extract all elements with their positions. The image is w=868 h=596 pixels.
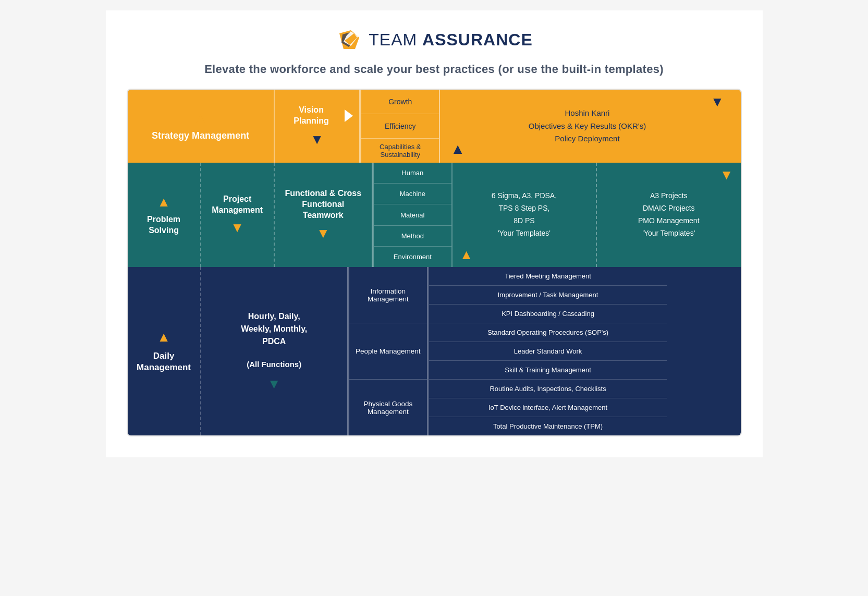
fiveM-item-0: Human [374,163,451,184]
right-list-item-6: Routine Audits, Inspections, Checklists [429,380,667,398]
fiveM-item-4: Environment [374,247,451,267]
right-list-item-2: KPI Dashboarding / Cascading [429,305,667,323]
growth-item-0: Growth [361,90,439,114]
fiveM-col: Human Machine Material Method Environmen… [373,163,453,267]
logo-icon [335,26,362,53]
hdwm-all-functions: (All Functions) [247,359,301,370]
orange-right-line3: Policy Deployment [555,133,619,145]
growth-col: Growth Efficiency Capabilities & Sustain… [360,90,440,163]
orange-right-line2: Objectives & Key Results (OKR's) [529,120,646,132]
problem-solving-cell: ▲ Problem Solving [128,163,201,267]
fiveM-item-3: Method [374,226,451,247]
daily-management-cell: ▲ Daily Management [128,267,201,435]
growth-item-2: Capabilities & Sustainability [361,139,439,163]
page-container: TEAM ASSURANCE Elevate the workforce and… [106,10,763,457]
hdwm-cell: Hourly, Daily, Weekly, Monthly, PDCA (Al… [201,267,348,435]
vision-planning-label: Vision Planning [281,105,342,127]
teal-left-panel: 6 Sigma, A3, PDSA, TPS 8 Step PS, 8D PS … [492,190,557,239]
logo-text: TEAM ASSURANCE [369,30,532,50]
hdwm-label: Hourly, Daily, Weekly, Monthly, PDCA [241,310,307,348]
orange-right-line1: Hoshin Kanri [565,107,610,119]
fiveM-item-2: Material [374,204,451,225]
fiveM-item-1: Machine [374,184,451,204]
info-section-1: People Management [349,323,427,380]
daily-management-label: Daily Management [134,350,194,373]
fcft-cell: Functional & Cross Functional Teamwork ▼ [275,163,373,267]
right-list-item-3: Standard Operating Procedures (SOP's) [429,323,667,342]
info-section-2: Physical Goods Management [349,380,427,435]
teal-row: ▲ Problem Solving Project Management ▼ F… [128,163,741,267]
orange-row: ▲ Strategy Management Vision Planning ▼ … [128,90,741,163]
teal-right-area: ▲ 6 Sigma, A3, PDSA, TPS 8 Step PS, 8D P… [453,163,741,267]
teal-right-left: ▲ 6 Sigma, A3, PDSA, TPS 8 Step PS, 8D P… [453,163,597,267]
right-list-item-1: Improvement / Task Management [429,286,667,305]
strategy-management-label: Strategy Management [152,130,249,142]
right-list-item-0: Tiered Meeting Management [429,267,667,286]
fcft-label: Functional & Cross Functional Teamwork [281,188,365,221]
info-section-0: Information Management [349,267,427,323]
right-list-item-5: Skill & Training Management [429,361,667,380]
triangle-icon [345,110,353,122]
growth-item-1: Efficiency [361,114,439,139]
strategy-management-cell: ▲ Strategy Management [128,90,275,163]
page-subtitle: Elevate the workforce and scale your bes… [127,63,742,76]
info-sections-col: Information Management People Management… [348,267,428,435]
right-list-item-4: Leader Standard Work [429,342,667,361]
project-management-cell: Project Management ▼ [201,163,275,267]
teal-right-panel: A3 Projects DMAIC Projects PMO Managemen… [638,190,700,239]
right-list: Tiered Meeting Management Improvement / … [428,267,667,435]
main-diagram: ▲ Strategy Management Vision Planning ▼ … [127,89,742,436]
project-management-label: Project Management [207,194,267,216]
teal-right-right: A3 Projects DMAIC Projects PMO Managemen… [597,163,740,267]
header: TEAM ASSURANCE [127,26,742,53]
right-list-item-7: IoT Device interface, Alert Management [429,398,667,417]
navy-row: ▲ Daily Management Hourly, Daily, Weekly… [128,267,741,435]
orange-right-panel: ▲ Hoshin Kanri Objectives & Key Results … [440,90,734,163]
vision-planning-cell: Vision Planning ▼ [275,90,361,163]
problem-solving-label: Problem Solving [134,214,194,236]
right-list-item-8: Total Productive Maintenance (TPM) [429,417,667,435]
